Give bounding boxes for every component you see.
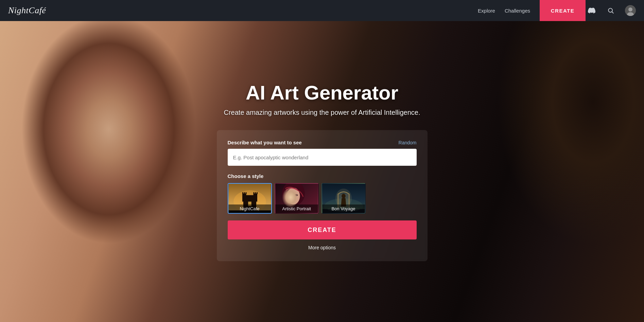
user-avatar[interactable] — [625, 5, 636, 16]
svg-rect-15 — [255, 192, 256, 194]
create-button[interactable]: CREATE — [228, 220, 417, 239]
svg-point-3 — [628, 7, 632, 12]
svg-rect-16 — [257, 192, 258, 194]
creation-form: Describe what you want to see Random Cho… — [217, 130, 428, 261]
style-label: Choose a style — [228, 173, 417, 179]
style-options: NightCafe — [228, 183, 417, 214]
svg-line-1 — [612, 12, 614, 14]
svg-rect-12 — [244, 192, 245, 194]
hero-title: AI Art Generator — [246, 82, 398, 104]
style-card-bon-voyage-label: Bon Voyage — [322, 204, 365, 213]
navbar-right: Explore Challenges CREATE — [478, 0, 636, 21]
style-card-nightcafe[interactable]: NightCafe — [228, 183, 272, 214]
style-card-artistic-portrait-label: Artistic Portrait — [275, 204, 318, 213]
style-card-nightcafe-label: NightCafe — [228, 204, 271, 213]
prompt-label: Describe what you want to see — [228, 140, 302, 145]
svg-rect-8 — [245, 195, 255, 202]
svg-point-22 — [289, 194, 293, 196]
main-content: AI Art Generator Create amazing artworks… — [0, 21, 644, 322]
hero-subtitle: Create amazing artworks using the power … — [224, 109, 420, 117]
prompt-input[interactable] — [228, 149, 417, 166]
svg-point-23 — [294, 194, 298, 196]
svg-rect-13 — [245, 192, 246, 194]
nav-link-explore[interactable]: Explore — [478, 8, 495, 14]
svg-point-0 — [608, 8, 612, 12]
navbar-create-button[interactable]: CREATE — [540, 0, 586, 21]
svg-rect-10 — [253, 194, 257, 202]
svg-rect-11 — [242, 192, 243, 194]
nav-link-challenges[interactable]: Challenges — [505, 8, 530, 14]
app-logo[interactable]: NightCafé — [8, 5, 46, 16]
search-icon[interactable] — [606, 6, 615, 15]
discord-icon[interactable] — [587, 6, 596, 15]
svg-rect-14 — [253, 192, 254, 194]
style-card-artistic-portrait[interactable]: Artistic Portrait — [275, 183, 319, 214]
prompt-label-row: Describe what you want to see Random — [228, 140, 417, 145]
random-link[interactable]: Random — [399, 140, 417, 145]
center-panel: AI Art Generator Create amazing artworks… — [217, 82, 428, 262]
more-options-link[interactable]: More options — [228, 245, 417, 250]
svg-point-28 — [342, 194, 345, 198]
navbar: NightCafé Explore Challenges CREATE — [0, 0, 644, 21]
svg-rect-9 — [242, 194, 246, 202]
style-card-bon-voyage[interactable]: Bon Voyage — [321, 183, 366, 214]
